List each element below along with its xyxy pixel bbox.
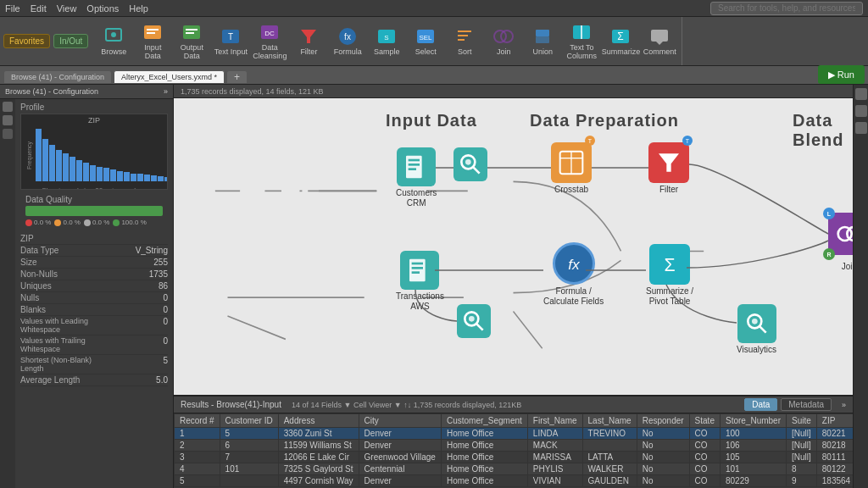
tool-union-label: Union	[533, 48, 554, 57]
tool-join[interactable]: Join	[485, 19, 522, 64]
cleanse-icon: DC	[259, 22, 280, 42]
table-cell: No	[637, 475, 689, 487]
table-cell: Centennial	[359, 463, 441, 475]
left-icon-settings[interactable]	[3, 102, 13, 112]
node-transactions[interactable]: TransactionsAWS	[396, 251, 444, 312]
table-cell: PHYLIS	[527, 463, 582, 475]
favorites-button[interactable]: Favorites	[3, 34, 50, 48]
tool-select[interactable]: SEL Select	[407, 19, 444, 64]
sidebar-icon-2[interactable]	[855, 105, 867, 117]
menu-file[interactable]: File	[5, 3, 20, 14]
table-row[interactable]: 2611599 Williams StDenverHome OfficeMACK…	[175, 440, 854, 452]
table-cell: Denver	[359, 440, 441, 452]
field-name-zip: ZIP	[20, 234, 34, 243]
col-city: City	[359, 414, 441, 428]
table-row[interactable]: 41017325 S Gaylord StCentennialHome Offi…	[175, 463, 854, 475]
tool-textcol[interactable]: Text To Columns	[563, 19, 600, 64]
menu-options[interactable]: Options	[86, 3, 119, 14]
results-tab-metadata[interactable]: Metadata	[781, 398, 832, 411]
node-customers-crm[interactable]: CustomersCRM	[396, 147, 437, 208]
table-cell: 80221	[816, 428, 853, 440]
table-cell: 7325 S Gaylord St	[278, 463, 359, 475]
chart-bar	[56, 150, 62, 181]
field-label-shortest: Shortest (Non-Blank)Length	[20, 356, 92, 373]
tool-filter[interactable]: Filter	[290, 19, 327, 64]
node-visualytics[interactable]: Visualytics	[737, 304, 776, 355]
table-cell	[220, 475, 278, 487]
table-cell: Greenwood Village	[359, 452, 441, 463]
chart-title: ZIP	[21, 114, 167, 125]
results-expand[interactable]: »	[842, 401, 846, 409]
table-cell: No	[637, 440, 689, 452]
svg-text:DC: DC	[265, 30, 275, 37]
tool-union[interactable]: Union	[524, 19, 561, 64]
dq-text-empty: 0.0 %	[92, 219, 109, 226]
field-row-zip: ZIP	[20, 233, 168, 245]
table-row[interactable]: 3712066 E Lake CirGreenwood VillageHome …	[175, 452, 854, 463]
field-row-nulls: Nulls 0	[20, 292, 168, 304]
info-bar: 1,735 records displayed, 14 fields, 121 …	[174, 85, 853, 98]
search-input[interactable]	[710, 2, 863, 15]
table-row[interactable]: 153360 Zuni StDenverHome OfficeLINDATREV…	[175, 428, 854, 440]
filter-output-t: T	[682, 136, 693, 146]
tool-sort[interactable]: Sort	[446, 19, 483, 64]
tool-summarize-label: Summarize	[602, 48, 641, 57]
node-browse1[interactable]	[453, 147, 487, 181]
tool-output[interactable]: Output Data	[173, 19, 210, 64]
tool-summarize[interactable]: Σ Summarize	[602, 19, 639, 64]
svg-rect-44	[409, 159, 420, 162]
tool-input[interactable]: Input Data	[134, 19, 171, 64]
svg-point-1	[111, 32, 116, 37]
table-cell: Home Office	[441, 463, 527, 475]
dq-dot-ok	[113, 219, 120, 226]
inout-button[interactable]: In/Out	[53, 34, 88, 48]
svg-text:fx: fx	[568, 256, 581, 273]
tab-config[interactable]: Browse (41) - Configuration	[3, 70, 112, 84]
tab-workflow[interactable]: Alteryx_Excel_Users.yxmd *	[114, 70, 225, 84]
results-tab-data[interactable]: Data	[744, 398, 777, 411]
node-join[interactable]: L R D Join	[828, 213, 853, 272]
menu-view[interactable]: View	[57, 3, 77, 14]
toolbar-section-main: Browse Input Data Output Data T Text Inp…	[92, 17, 682, 65]
node-formula[interactable]: fx Formula /Calculate Fields	[543, 242, 604, 307]
tool-text[interactable]: T Text Input	[212, 19, 249, 64]
table-cell: 100	[720, 428, 786, 440]
col-record: Record #	[175, 414, 220, 428]
formula-icon-node: fx	[553, 242, 595, 285]
node-filter[interactable]: T Filter	[648, 142, 689, 195]
table-row[interactable]: 54497 Cornish WayDenverHome OfficeVIVIAN…	[175, 475, 854, 487]
left-icon-info[interactable]	[3, 129, 13, 139]
node-summarize[interactable]: Σ Summarize /Pivot Table	[646, 244, 693, 307]
tool-formula[interactable]: fx Formula	[329, 19, 366, 64]
tab-new[interactable]: +	[226, 70, 248, 84]
tool-sample[interactable]: S Sample	[368, 19, 405, 64]
svg-rect-59	[409, 259, 426, 282]
col-zip: ZIP	[816, 414, 853, 428]
profile-section: Profile ZIP Frequency Showing only top 2…	[15, 99, 173, 231]
input-icon	[142, 22, 163, 42]
sidebar-icon-3[interactable]	[855, 122, 867, 134]
join-input-l: L	[823, 208, 835, 219]
panel-arrows[interactable]: »	[164, 87, 168, 96]
svg-rect-25	[536, 36, 549, 43]
table-cell: Denver	[359, 428, 441, 440]
node-browse2[interactable]	[457, 304, 491, 338]
svg-text:T: T	[228, 32, 233, 42]
svg-rect-62	[412, 271, 420, 274]
menu-help[interactable]: Help	[129, 3, 148, 14]
left-icon-profile[interactable]	[3, 115, 13, 125]
profile-label: Profile	[20, 103, 168, 112]
menu-edit[interactable]: Edit	[31, 3, 47, 14]
tool-comment[interactable]: Comment	[641, 19, 678, 64]
chart-bar	[164, 177, 168, 181]
table-cell: Home Office	[441, 475, 527, 487]
sidebar-icon-1[interactable]	[855, 88, 867, 100]
tool-cleanse[interactable]: DC Data Cleansing	[251, 19, 288, 64]
run-button[interactable]: ▶ Run	[818, 65, 865, 84]
node-crosstab[interactable]: T Crosstab	[551, 142, 592, 195]
table-cell: CO	[689, 463, 720, 475]
workflow-canvas[interactable]: Input Data Data Preparation Data Blend C…	[174, 98, 853, 395]
summarize-icon-node: Σ	[649, 244, 690, 285]
tool-browse[interactable]: Browse	[95, 19, 132, 64]
results-info: 14 of 14 Fields ▼ Cell Viewer ▼ ↑↓ 1,735…	[292, 401, 521, 409]
